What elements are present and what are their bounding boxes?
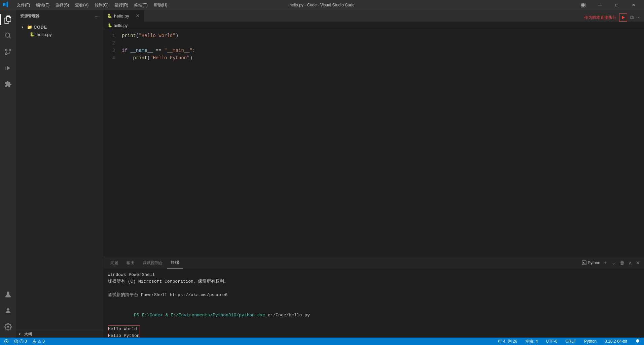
main-layout: 资源管理器 ··· ▾ 📁 CODE 🐍 hello.py ▾ 大纲	[0, 10, 644, 338]
line-content-1[interactable]: print("Hello World")	[120, 32, 644, 39]
code-editor[interactable]: 1 print("Hello World") 2 3 if __name__ =…	[104, 29, 644, 257]
status-language[interactable]: Python	[583, 339, 598, 344]
status-python-version[interactable]: 3.10.2 64-bit	[603, 339, 629, 344]
maximize-btn[interactable]: □	[609, 0, 624, 10]
menu-view[interactable]: 查看(V)	[72, 2, 91, 9]
panel-right-actions: Python ＋ ⌄ 🗑 ∧ ✕	[582, 259, 641, 266]
svg-point-7	[7, 308, 9, 311]
activity-run-debug[interactable]	[0, 60, 16, 76]
line-content-4[interactable]: print("Hello Python")	[120, 54, 644, 62]
run-script-button[interactable]	[619, 13, 627, 22]
status-crlf-label: CRLF	[566, 339, 576, 344]
panel-tab-terminal[interactable]: 终端	[167, 257, 183, 269]
svg-rect-1	[583, 3, 585, 5]
term-line-5	[108, 299, 640, 305]
menu-goto[interactable]: 转到(G)	[92, 2, 111, 9]
activity-search[interactable]	[0, 28, 16, 44]
outline-section: ▾ 大纲	[16, 330, 103, 338]
close-btn[interactable]: ✕	[626, 0, 641, 10]
sidebar: 资源管理器 ··· ▾ 📁 CODE 🐍 hello.py ▾ 大纲	[16, 10, 104, 338]
add-terminal-btn[interactable]: ＋	[602, 259, 609, 266]
editor-content-area: 🐍 hello.py 1 print("Hello World") 2 3	[104, 22, 644, 257]
activity-account[interactable]	[0, 303, 16, 319]
outline-title: 大纲	[24, 332, 32, 337]
activity-bottom	[0, 286, 16, 338]
svg-rect-2	[581, 5, 583, 7]
panel-maximize-btn[interactable]: ∧	[627, 259, 633, 266]
split-editor-btn[interactable]: ⧉	[630, 14, 634, 21]
sidebar-more-btn[interactable]: ···	[94, 13, 99, 20]
folder-icon: 📁	[27, 25, 32, 30]
panel-tab-problems[interactable]: 问题	[106, 257, 122, 269]
title-bar-left: 文件(F) 编辑(E) 选择(S) 查看(V) 转到(G) 运行(R) 终端(T…	[3, 1, 170, 9]
term-pypath: & E:/Environments/Python310/python.exe	[166, 313, 265, 318]
terminal-type-label: Python	[582, 260, 600, 265]
term-cmd-1: e:/Code/hello.py	[265, 313, 310, 318]
outline-header[interactable]: ▾ 大纲	[16, 330, 103, 338]
status-line-col: 行 4, 列 26	[498, 339, 517, 344]
term-output-1: Hello World	[108, 326, 140, 333]
file-hello-py[interactable]: 🐍 hello.py	[16, 31, 103, 38]
svg-rect-3	[583, 5, 585, 7]
editor-tab-hello-py[interactable]: 🐍 hello.py ✕	[104, 10, 144, 22]
breadcrumb-python-icon: 🐍	[108, 23, 112, 28]
file-explorer: ▾ 📁 CODE 🐍 hello.py	[16, 22, 103, 39]
status-encoding[interactable]: UTF-8	[545, 339, 559, 344]
status-language-label: Python	[584, 339, 597, 344]
sidebar-header: 资源管理器 ···	[16, 10, 103, 22]
tab-close-btn[interactable]: ✕	[135, 12, 140, 19]
menu-run[interactable]: 运行(R)	[112, 2, 131, 9]
status-remote-btn[interactable]	[3, 339, 10, 344]
panel-tab-output[interactable]: 输出	[122, 257, 139, 269]
editor-tabs: 🐍 hello.py ✕ 作为脚本直接执行 ⧉ ···	[104, 10, 644, 22]
term-line-2: 版权所有 (C) Microsoft Corporation。保留所有权利。	[108, 278, 640, 285]
minimize-btn[interactable]: —	[592, 0, 608, 10]
layout-btn[interactable]	[575, 0, 591, 10]
menu-bar: 文件(F) 编辑(E) 选择(S) 查看(V) 转到(G) 运行(R) 终端(T…	[14, 2, 170, 9]
panel-tabs: 问题 输出 调试控制台 终端 Python ＋ ⌄ 🗑 ∧ ✕	[104, 257, 644, 269]
breadcrumb-filename: hello.py	[114, 23, 128, 28]
more-actions-btn[interactable]: ···	[636, 14, 641, 21]
code-line-2: 2	[104, 39, 644, 47]
code-line-1: 1 print("Hello World")	[104, 32, 644, 39]
code-line-3: 3 if __name__ == "__main__":	[104, 47, 644, 54]
menu-terminal[interactable]: 终端(T)	[132, 2, 150, 9]
vscode-logo	[3, 1, 9, 9]
activity-explorer[interactable]	[0, 11, 16, 28]
svg-marker-8	[622, 16, 625, 19]
folder-code[interactable]: ▾ 📁 CODE	[16, 23, 103, 31]
status-errors[interactable]: ⓪ 0	[13, 339, 28, 344]
status-notifications[interactable]	[634, 339, 641, 344]
term-line-3	[108, 285, 640, 292]
status-line-ending[interactable]: CRLF	[564, 339, 577, 344]
activity-extensions[interactable]	[0, 76, 16, 92]
status-indentation[interactable]: 空格: 4	[524, 339, 539, 344]
activity-flask[interactable]	[0, 286, 16, 303]
line-content-3[interactable]: if __name__ == "__main__":	[120, 47, 644, 54]
status-right: 行 4, 列 26 空格: 4 UTF-8 CRLF Python 3.10.2…	[497, 339, 641, 344]
menu-edit[interactable]: 编辑(E)	[33, 2, 52, 9]
status-encoding-label: UTF-8	[546, 339, 558, 344]
status-cursor-position[interactable]: 行 4, 列 26	[497, 339, 518, 344]
activity-source-control[interactable]	[0, 44, 16, 60]
terminal-trash-btn[interactable]: 🗑	[618, 259, 626, 266]
status-errors-count: ⓪ 0	[20, 339, 27, 344]
terminal-content[interactable]: Windows PowerShell 版权所有 (C) Microsoft Co…	[104, 269, 644, 338]
line-content-2[interactable]	[120, 39, 644, 47]
panel-close-btn[interactable]: ✕	[635, 259, 641, 266]
editor-area: 🐍 hello.py ✕ 作为脚本直接执行 ⧉ ··· 🐍 hello.py	[104, 10, 644, 338]
sidebar-title: 资源管理器	[20, 13, 40, 19]
term-prompt-1: PS E:\Code> & E:/Environments/Python310/…	[108, 305, 640, 325]
svg-point-4	[5, 49, 7, 51]
menu-select[interactable]: 选择(S)	[53, 2, 72, 9]
tab-python-icon: 🐍	[107, 13, 112, 18]
menu-file[interactable]: 文件(F)	[14, 2, 33, 9]
status-warnings[interactable]: ⚠ 0	[31, 339, 46, 344]
terminal-split-btn[interactable]: ⌄	[610, 259, 617, 266]
menu-help[interactable]: 帮助(H)	[151, 2, 170, 9]
svg-rect-0	[581, 3, 583, 5]
editor-top-actions: 作为脚本直接执行 ⧉ ···	[581, 13, 644, 22]
svg-point-5	[9, 49, 11, 51]
activity-settings[interactable]	[0, 319, 16, 335]
panel-tab-debug-console[interactable]: 调试控制台	[139, 257, 167, 269]
